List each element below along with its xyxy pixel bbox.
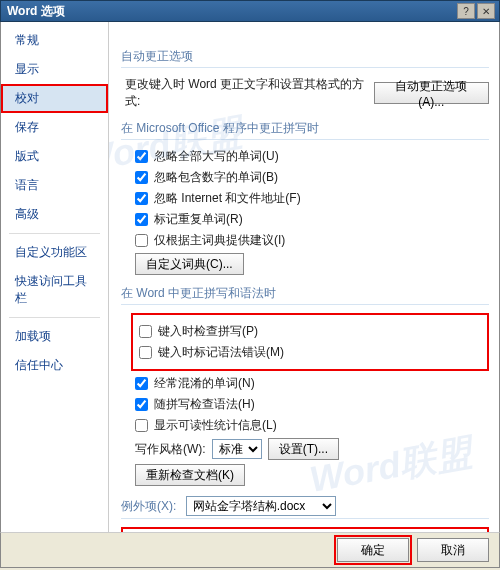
exceptions-label: 例外项(X): — [121, 499, 176, 513]
custom-dictionaries-button[interactable]: 自定义词典(C)... — [135, 253, 244, 275]
writing-style-select[interactable]: 标准 — [212, 439, 262, 459]
cb-flag-repeated[interactable] — [135, 213, 148, 226]
sidebar-item-display[interactable]: 显示 — [1, 55, 108, 84]
button-bar: 确定 取消 — [0, 532, 500, 568]
highlighted-exceptions-box: 只隐藏此文档中的拼写错误(S) 只隐藏此文档中的语法错误(D) — [121, 527, 489, 532]
cb-label: 随拼写检查语法(H) — [154, 396, 255, 413]
close-button[interactable]: ✕ — [477, 3, 495, 19]
help-button[interactable]: ? — [457, 3, 475, 19]
dialog-body: 常规 显示 校对 保存 版式 语言 高级 自定义功能区 快速访问工具栏 加载项 … — [0, 22, 500, 532]
cb-label: 经常混淆的单词(N) — [154, 375, 255, 392]
writing-style-label: 写作风格(W): — [135, 441, 206, 458]
cb-main-dict-only[interactable] — [135, 234, 148, 247]
highlighted-options-box: 键入时检查拼写(P) 键入时标记语法错误(M) — [131, 313, 489, 371]
sidebar-item-addins[interactable]: 加载项 — [1, 322, 108, 351]
cb-label: 忽略 Internet 和文件地址(F) — [154, 190, 301, 207]
cb-check-spelling-typing[interactable] — [139, 325, 152, 338]
cb-label: 显示可读性统计信息(L) — [154, 417, 277, 434]
sidebar-item-quick-access[interactable]: 快速访问工具栏 — [1, 267, 108, 313]
section-header-exceptions: 例外项(X): 网站金字塔结构.docx — [121, 496, 489, 519]
cancel-button[interactable]: 取消 — [417, 538, 489, 562]
section-header-office-spelling: 在 Microsoft Office 程序中更正拼写时 — [121, 120, 489, 140]
content-panel: Word联盟 Word联盟 自动更正选项 更改键入时 Word 更正文字和设置其… — [109, 22, 499, 532]
sidebar-item-proofing[interactable]: 校对 — [1, 84, 108, 113]
exceptions-doc-select[interactable]: 网站金字塔结构.docx — [186, 496, 336, 516]
section-header-word-spelling: 在 Word 中更正拼写和语法时 — [121, 285, 489, 305]
sidebar-item-save[interactable]: 保存 — [1, 113, 108, 142]
sidebar-item-advanced[interactable]: 高级 — [1, 200, 108, 229]
ok-button[interactable]: 确定 — [337, 538, 409, 562]
window-title: Word 选项 — [5, 3, 455, 20]
sidebar-item-layout[interactable]: 版式 — [1, 142, 108, 171]
sidebar-item-general[interactable]: 常规 — [1, 26, 108, 55]
cb-mark-grammar-typing[interactable] — [139, 346, 152, 359]
cb-label: 键入时标记语法错误(M) — [158, 344, 284, 361]
cb-ignore-uppercase[interactable] — [135, 150, 148, 163]
sidebar-item-customize-ribbon[interactable]: 自定义功能区 — [1, 238, 108, 267]
sidebar: 常规 显示 校对 保存 版式 语言 高级 自定义功能区 快速访问工具栏 加载项 … — [1, 22, 109, 532]
cb-label: 标记重复单词(R) — [154, 211, 243, 228]
cb-label: 键入时检查拼写(P) — [158, 323, 258, 340]
cb-grammar-with-spelling[interactable] — [135, 398, 148, 411]
sidebar-item-trust-center[interactable]: 信任中心 — [1, 351, 108, 380]
cb-readability-stats[interactable] — [135, 419, 148, 432]
cb-confused-words[interactable] — [135, 377, 148, 390]
cb-label: 忽略包含数字的单词(B) — [154, 169, 278, 186]
recheck-document-button[interactable]: 重新检查文档(K) — [135, 464, 245, 486]
titlebar: Word 选项 ? ✕ — [0, 0, 500, 22]
cb-label: 仅根据主词典提供建议(I) — [154, 232, 285, 249]
cb-ignore-internet[interactable] — [135, 192, 148, 205]
autocorrect-desc: 更改键入时 Word 更正文字和设置其格式的方式: — [125, 76, 368, 110]
cb-label: 忽略全部大写的单词(U) — [154, 148, 279, 165]
sidebar-item-language[interactable]: 语言 — [1, 171, 108, 200]
autocorrect-options-button[interactable]: 自动更正选项(A)... — [374, 82, 489, 104]
settings-button[interactable]: 设置(T)... — [268, 438, 339, 460]
sidebar-separator — [9, 317, 100, 318]
cb-ignore-numbers[interactable] — [135, 171, 148, 184]
section-header-autocorrect: 自动更正选项 — [121, 48, 489, 68]
sidebar-separator — [9, 233, 100, 234]
